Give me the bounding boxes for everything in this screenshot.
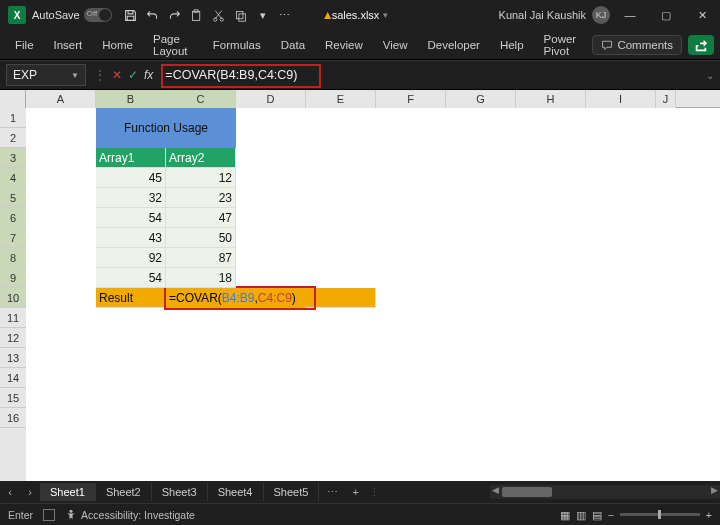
sheet-tab-sheet2[interactable]: Sheet2 <box>96 483 152 501</box>
cell-B4[interactable]: 45 <box>96 168 166 188</box>
col-header-C[interactable]: C <box>166 90 236 108</box>
cell-C9[interactable]: 18 <box>166 268 236 288</box>
select-all-corner[interactable] <box>0 90 26 108</box>
row-header-2[interactable]: 2 <box>0 128 26 148</box>
new-sheet-icon[interactable]: + <box>346 486 364 498</box>
ribbon-tab-file[interactable]: File <box>6 34 43 56</box>
cell-B6[interactable]: 54 <box>96 208 166 228</box>
horizontal-scrollbar[interactable]: ◀ ▶ <box>490 485 720 499</box>
view-normal-icon[interactable]: ▦ <box>560 509 570 521</box>
paste-icon[interactable] <box>190 8 204 22</box>
name-box[interactable]: EXP ▼ <box>6 64 86 86</box>
cell-C8[interactable]: 87 <box>166 248 236 268</box>
chevron-down-icon[interactable]: ▼ <box>71 71 79 80</box>
col-header-A[interactable]: A <box>26 90 96 108</box>
ribbon-tab-view[interactable]: View <box>374 34 417 56</box>
more-icon[interactable]: ⋯ <box>278 8 292 22</box>
sheet-tab-sheet1[interactable]: Sheet1 <box>40 483 96 501</box>
toggle-switch[interactable]: Off <box>84 8 112 22</box>
close-button[interactable]: ✕ <box>684 0 720 30</box>
col-header-D[interactable]: D <box>236 90 306 108</box>
tab-prev-icon[interactable]: ‹ <box>8 486 12 498</box>
tab-next-icon[interactable]: › <box>28 486 32 498</box>
sheet-tab-sheet3[interactable]: Sheet3 <box>152 483 208 501</box>
cell-B3[interactable]: Array1 <box>96 148 166 168</box>
col-header-E[interactable]: E <box>306 90 376 108</box>
cell-result-fill-e[interactable] <box>306 288 376 308</box>
cell-editing[interactable]: =COVAR(B4:B9,C4:C9) <box>166 288 306 308</box>
cut-icon[interactable] <box>212 8 226 22</box>
row-header-3[interactable]: 3 <box>0 148 26 168</box>
ribbon-tab-insert[interactable]: Insert <box>45 34 92 56</box>
col-header-H[interactable]: H <box>516 90 586 108</box>
cell-B5[interactable]: 32 <box>96 188 166 208</box>
col-header-G[interactable]: G <box>446 90 516 108</box>
view-page-icon[interactable]: ▥ <box>576 509 586 521</box>
comments-button[interactable]: Comments <box>592 35 682 55</box>
cell-C5[interactable]: 23 <box>166 188 236 208</box>
user-avatar[interactable]: KJ <box>592 6 610 24</box>
cancel-icon[interactable]: ✕ <box>112 68 122 82</box>
col-header-B[interactable]: B <box>96 90 166 108</box>
scrollbar-thumb[interactable] <box>502 487 552 497</box>
ribbon-tab-help[interactable]: Help <box>491 34 533 56</box>
row-header-4[interactable]: 4 <box>0 168 26 188</box>
row-header-8[interactable]: 8 <box>0 248 26 268</box>
maximize-button[interactable]: ▢ <box>648 0 684 30</box>
row-header-15[interactable]: 15 <box>0 388 26 408</box>
ribbon-tab-power-pivot[interactable]: Power Pivot <box>535 28 591 62</box>
view-break-icon[interactable]: ▤ <box>592 509 602 521</box>
row-header-1[interactable]: 1 <box>0 108 26 128</box>
ribbon-tab-review[interactable]: Review <box>316 34 372 56</box>
zoom-slider[interactable] <box>620 513 700 516</box>
row-header-9[interactable]: 9 <box>0 268 26 288</box>
cells-area[interactable]: Function Usage Result =COVAR(B4:B9,C4:C9… <box>26 108 720 481</box>
row-header-14[interactable]: 14 <box>0 368 26 388</box>
ribbon-tab-data[interactable]: Data <box>272 34 314 56</box>
col-header-I[interactable]: I <box>586 90 656 108</box>
enter-icon[interactable]: ✓ <box>128 68 138 82</box>
fx-icon[interactable]: fx <box>144 68 153 82</box>
worksheet-grid[interactable]: ABCDEFGHIJ 12345678910111213141516 Funct… <box>0 90 720 481</box>
undo-icon[interactable] <box>146 8 160 22</box>
minimize-button[interactable]: — <box>612 0 648 30</box>
cell-C4[interactable]: 12 <box>166 168 236 188</box>
row-header-13[interactable]: 13 <box>0 348 26 368</box>
sheet-tab-sheet5[interactable]: Sheet5 <box>264 483 320 501</box>
row-header-7[interactable]: 7 <box>0 228 26 248</box>
ribbon-tab-home[interactable]: Home <box>93 34 142 56</box>
row-header-11[interactable]: 11 <box>0 308 26 328</box>
formula-input[interactable]: =COVAR(B4:B9,C4:C9) <box>161 64 700 86</box>
expand-formula-bar-icon[interactable]: ⌄ <box>700 70 720 81</box>
row-header-16[interactable]: 16 <box>0 408 26 428</box>
cell-result-label[interactable]: Result <box>96 288 166 308</box>
zoom-in-button[interactable]: + <box>706 509 712 521</box>
accessibility-status[interactable]: Accessibility: Investigate <box>81 509 195 521</box>
save-icon[interactable] <box>124 8 138 22</box>
cell-title[interactable]: Function Usage <box>96 108 236 148</box>
zoom-out-button[interactable]: − <box>608 509 614 521</box>
row-header-5[interactable]: 5 <box>0 188 26 208</box>
chevron-down-icon[interactable]: ▾ <box>383 10 388 20</box>
cell-C6[interactable]: 47 <box>166 208 236 228</box>
chevron-down-icon[interactable]: ▾ <box>256 8 270 22</box>
ribbon-tab-developer[interactable]: Developer <box>418 34 488 56</box>
row-header-6[interactable]: 6 <box>0 208 26 228</box>
macro-record-icon[interactable] <box>43 509 55 521</box>
sheet-tab-sheet4[interactable]: Sheet4 <box>208 483 264 501</box>
autosave-toggle[interactable]: AutoSave Off <box>32 8 112 22</box>
row-header-12[interactable]: 12 <box>0 328 26 348</box>
cell-B7[interactable]: 43 <box>96 228 166 248</box>
cell-B9[interactable]: 54 <box>96 268 166 288</box>
copy-icon[interactable] <box>234 8 248 22</box>
share-button[interactable] <box>688 35 714 55</box>
ribbon-tab-formulas[interactable]: Formulas <box>204 34 270 56</box>
cell-C3[interactable]: Array2 <box>166 148 236 168</box>
cell-B8[interactable]: 92 <box>96 248 166 268</box>
cell-C7[interactable]: 50 <box>166 228 236 248</box>
row-header-10[interactable]: 10 <box>0 288 26 308</box>
redo-icon[interactable] <box>168 8 182 22</box>
col-header-J[interactable]: J <box>656 90 676 108</box>
tab-more-icon[interactable]: ⋯ <box>319 486 346 499</box>
col-header-F[interactable]: F <box>376 90 446 108</box>
